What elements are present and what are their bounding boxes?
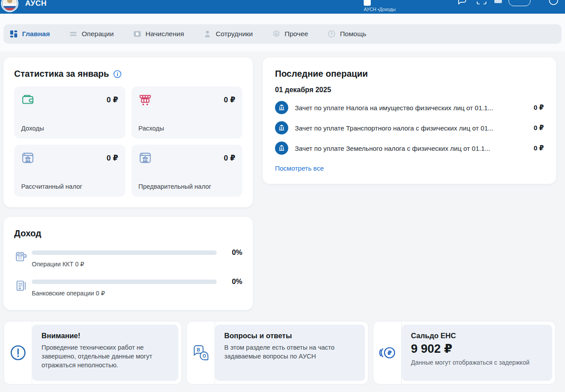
operation-amount: 0 ₽ <box>534 104 544 112</box>
brand-name: АУСН <box>25 0 47 8</box>
operations-title: Последние операции <box>275 69 544 79</box>
tile-value: 0 ₽ <box>106 95 118 105</box>
gear-icon <box>272 30 280 38</box>
main-content: Статистика за январь <box>0 52 565 385</box>
last-operations-card: Последние операции 01 декабря 2025 Зачет… <box>263 57 556 184</box>
cash-register-icon <box>14 249 32 264</box>
list-icon <box>69 30 77 38</box>
company-icon <box>364 0 371 6</box>
info-icon[interactable] <box>113 70 122 78</box>
bottom-cards-row: Внимание! Проведение технических работ н… <box>4 321 561 385</box>
top-header: АУСН АУСН •Доходы <box>0 0 565 14</box>
svg-text:?: ? <box>330 31 333 36</box>
svg-text:О: О <box>202 354 206 358</box>
progress-track <box>32 280 217 284</box>
statistics-card: Статистика за январь <box>4 57 253 207</box>
progress-percent: 0% <box>223 277 242 286</box>
nav-item-operations[interactable]: Операции <box>69 30 114 38</box>
help-icon: ? <box>328 30 335 38</box>
document-icon <box>133 30 141 38</box>
bank-statement-icon <box>14 278 32 293</box>
header-profile-selector[interactable]: АУСН •Доходы <box>364 0 396 12</box>
progress-track <box>32 250 217 255</box>
operation-amount: 0 ₽ <box>534 124 544 132</box>
ens-balance-card[interactable]: ₽ Сальдо ЕНС 9 902 ₽ Данные могут отобра… <box>373 321 556 385</box>
tile-expenses[interactable]: 0 ₽ Расходы <box>132 86 243 138</box>
fns-logo-icon <box>1 0 19 12</box>
nav-item-main[interactable]: Главная <box>10 30 50 38</box>
bank-window-icon <box>21 151 34 164</box>
operation-text: Зачет по уплате Налога на имущество физи… <box>295 104 527 112</box>
warning-text: Проведение технических работ не завершен… <box>41 343 169 370</box>
display-icon[interactable] <box>494 0 502 3</box>
operation-amount: 0 ₽ <box>534 144 544 152</box>
nav-item-help[interactable]: ? Помощь <box>328 30 366 38</box>
income-row-label: Операции ККТ 0 ₽ <box>32 261 242 268</box>
faq-card[interactable]: В О Вопросы и ответы В этом разделе есть… <box>186 321 369 385</box>
tile-value: 0 ₽ <box>106 153 118 163</box>
tile-label: Предварительный налог <box>139 183 236 190</box>
progress-percent: 0% <box>223 248 242 257</box>
operation-row[interactable]: Зачет по уплате Земельного налога с физи… <box>275 142 544 155</box>
operations-date: 01 декабря 2025 <box>275 86 544 94</box>
warning-card: Внимание! Проведение технических работ н… <box>4 321 182 385</box>
wallet-icon <box>21 93 34 106</box>
ruble-coins-icon: ₽ <box>373 321 402 384</box>
income-card: Доход 0% Операции ККТ 0 ₽ <box>4 217 253 310</box>
tile-income[interactable]: 0 ₽ Доходы <box>14 86 125 138</box>
nav-label: Начисления <box>146 30 184 38</box>
grid-icon <box>10 30 18 38</box>
bank-circle-icon <box>275 142 288 155</box>
ens-note: Данные могут отображаться с задержкой <box>411 359 543 366</box>
bank-circle-icon <box>275 121 288 134</box>
operation-text: Зачет по уплате Транспортного налога с ф… <box>295 124 527 132</box>
tile-label: Расходы <box>139 125 236 132</box>
tile-preliminary-tax[interactable]: 0 ₽ Предварительный налог <box>132 145 243 197</box>
nav-item-other[interactable]: Прочее <box>272 30 308 38</box>
statistics-title: Статистика за январь <box>14 69 109 79</box>
income-row-label: Банковские операции 0 ₽ <box>32 290 242 297</box>
operation-row[interactable]: Зачет по уплате Налога на имущество физи… <box>275 101 544 114</box>
view-all-link[interactable]: Посмотреть все <box>275 164 324 172</box>
svg-text:В: В <box>196 347 200 352</box>
nav-label: Сотрудники <box>216 30 253 38</box>
person-icon <box>203 30 211 38</box>
nav-item-accruals[interactable]: Начисления <box>133 30 184 38</box>
faq-title: Вопросы и ответы <box>224 332 356 340</box>
statistics-tiles: 0 ₽ Доходы <box>14 86 242 197</box>
nav-label: Прочее <box>285 30 308 38</box>
profile-circle-icon[interactable] <box>549 0 558 5</box>
main-navigation: Главная Операции Начисления <box>4 24 561 44</box>
tile-calculated-tax[interactable]: 0 ₽ Рассчитанный налог <box>14 145 125 197</box>
income-row-kkt: 0% Операции ККТ 0 ₽ <box>14 248 242 268</box>
nav-label: Главная <box>22 30 50 38</box>
svg-text:₽: ₽ <box>387 349 392 356</box>
operation-text: Зачет по уплате Земельного налога с физи… <box>295 145 527 152</box>
qa-bubbles-icon: В О <box>187 321 215 384</box>
tile-value: 0 ₽ <box>224 95 235 105</box>
ens-value: 9 902 ₽ <box>411 342 543 356</box>
chat-icon[interactable] <box>457 0 467 5</box>
header-actions <box>450 0 565 14</box>
tile-value: 0 ₽ <box>224 153 235 163</box>
nav-item-employees[interactable]: Сотрудники <box>203 30 253 38</box>
income-title: Доход <box>14 228 242 239</box>
nav-label: Помощь <box>340 30 366 38</box>
profile-label: АУСН •Доходы <box>364 7 396 12</box>
warning-title: Внимание! <box>41 332 169 340</box>
fullscreen-icon[interactable] <box>477 0 486 4</box>
ens-title: Сальдо ЕНС <box>411 332 543 340</box>
nav-band: Главная Операции Начисления <box>0 14 565 52</box>
cart-icon <box>139 93 152 106</box>
toggle-pill-icon[interactable] <box>508 0 531 6</box>
faq-text: В этом разделе есть ответы на часто зада… <box>224 343 356 361</box>
tile-label: Рассчитанный налог <box>21 183 118 190</box>
bank-window-icon <box>139 151 152 164</box>
tile-label: Доходы <box>21 125 118 132</box>
exclamation-circle-icon <box>4 321 32 384</box>
operation-row[interactable]: Зачет по уплате Транспортного налога с ф… <box>275 121 544 134</box>
income-row-bank: 0% Банковские операции 0 ₽ <box>14 277 242 297</box>
bank-circle-icon <box>275 101 288 114</box>
nav-label: Операции <box>82 30 114 38</box>
